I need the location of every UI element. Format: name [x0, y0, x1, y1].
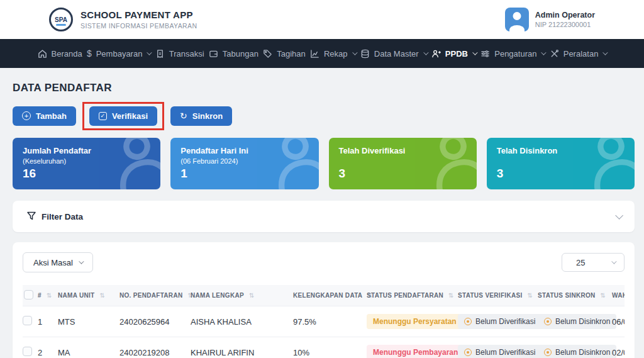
col-unit[interactable]: NAMA UNIT⇅ — [58, 285, 119, 306]
verification-badge: Belum Diverifikasi — [458, 314, 541, 329]
user-menu[interactable]: Admin Operator NIP 21222300001 — [505, 8, 595, 31]
verifikasi-highlight-box: ✓ Verifikasi — [82, 102, 164, 130]
checkbox-check-icon: ✓ — [99, 112, 107, 120]
chevron-down-icon — [352, 50, 357, 55]
wallet-icon — [209, 49, 218, 59]
chevron-down-icon — [611, 259, 616, 264]
sort-icon: ⇅ — [249, 292, 255, 299]
sort-icon: ⇅ — [99, 292, 105, 299]
stat-value: 3 — [497, 167, 625, 181]
sort-icon: ⇅ — [601, 292, 606, 299]
nav-item-peralatan[interactable]: Peralatan — [550, 49, 607, 59]
sort-icon: ⇅ — [528, 292, 533, 299]
row-checkbox[interactable] — [23, 347, 32, 356]
dollar-icon: $ — [87, 49, 92, 58]
registrants-table: #⇅ NAMA UNIT⇅ NO. PENDAFTARAN⇅ NAMA LENG… — [23, 285, 625, 358]
tag-icon — [263, 49, 272, 59]
sort-icon: ⇅ — [448, 292, 454, 299]
nav-item-pembayaran[interactable]: $ Pembayaran — [87, 49, 151, 59]
funnel-icon — [26, 211, 36, 223]
stat-value: 3 — [339, 167, 467, 181]
select-all-checkbox[interactable] — [24, 290, 33, 299]
refresh-icon: ↻ — [180, 111, 187, 120]
registrants-table-card: Aksi Masal 25 #⇅ NAMA UNIT⇅ — [13, 242, 635, 358]
user-name: Admin Operator — [535, 11, 595, 20]
sinkron-button[interactable]: ↻ Sinkron — [170, 106, 232, 126]
tambah-button[interactable]: + Tambah — [13, 106, 76, 126]
receipt-icon — [155, 49, 165, 59]
stat-value: 16 — [23, 167, 150, 181]
chevron-down-icon — [472, 50, 477, 55]
plus-circle-icon: + — [22, 111, 31, 120]
bulk-action-dropdown[interactable]: Aksi Masal — [23, 252, 93, 272]
col-nama-lengkap[interactable]: NAMA LENGKAP⇅ — [191, 285, 293, 306]
nav-item-tabungan[interactable]: Tabungan — [209, 49, 258, 59]
brand: SPA SCHOOL PAYMENT APP SISTEM INFORMASI … — [49, 8, 197, 31]
clock-icon — [544, 349, 552, 356]
sort-icon: ⇅ — [47, 292, 52, 299]
nav-item-pengaturan[interactable]: Pengaturan — [480, 49, 545, 59]
clock-icon — [464, 318, 472, 325]
stat-value: 1 — [180, 167, 308, 181]
app-subtitle: SISTEM INFORMASI PEMBAYARAN — [80, 22, 197, 30]
person-add-icon — [431, 49, 441, 59]
stat-card-telah-disinkron: Telah Disinkron 3 — [487, 138, 635, 189]
col-status-verifikasi[interactable]: STATUS VERIFIKASI⇅ — [458, 285, 538, 306]
col-status-sinkron[interactable]: STATUS SINKRON⇅ — [538, 285, 612, 306]
nav-item-data-master[interactable]: Data Master — [360, 49, 427, 59]
col-waktu[interactable]: WAKT — [612, 285, 625, 306]
chevron-down-icon — [147, 50, 152, 55]
sliders-icon — [480, 49, 490, 59]
chevron-down-icon — [603, 50, 608, 55]
nav-item-beranda[interactable]: Beranda — [38, 49, 82, 59]
verifikasi-button[interactable]: ✓ Verifikasi — [89, 106, 157, 126]
database-icon — [360, 49, 370, 59]
nav-item-tagihan[interactable]: Tagihan — [263, 49, 306, 59]
nav-item-ppdb[interactable]: PPDB — [431, 49, 476, 59]
status-badge: Menunggu Persyaratan — [367, 314, 463, 329]
chevron-down-icon[interactable] — [615, 211, 623, 220]
chart-icon — [310, 49, 319, 59]
page-size-select[interactable]: 25 — [562, 253, 625, 272]
page-title: DATA PENDAFTAR — [13, 82, 635, 94]
clock-icon — [544, 318, 552, 325]
chevron-down-icon — [423, 50, 428, 55]
stat-card-telah-diverifikasi: Telah Diverifikasi 3 — [329, 138, 477, 189]
stat-card-jumlah-pendaftar: Jumlah Pendaftar (Keseluruhan) 16 — [13, 138, 160, 189]
filter-label: Filter Data — [42, 212, 83, 221]
col-status-pendaftaran[interactable]: STATUS PENDAFTARAN⇅ — [367, 285, 458, 306]
table-header-row: #⇅ NAMA UNIT⇅ NO. PENDAFTARAN⇅ NAMA LENG… — [23, 285, 625, 306]
sync-badge: Belum Disinkron — [538, 314, 616, 329]
app-logo: SPA — [49, 8, 73, 31]
user-nip: NIP 21222300001 — [535, 21, 595, 28]
chevron-down-icon — [79, 259, 84, 264]
stat-card-pendaftar-hari-ini: Pendaftar Hari Ini (06 Februari 2024) 1 — [170, 138, 318, 189]
home-icon — [38, 49, 47, 59]
col-num[interactable]: #⇅ — [38, 285, 58, 306]
main-navbar: Beranda $ Pembayaran Transaksi Tabungan … — [0, 39, 644, 68]
verification-badge: Belum Diverifikasi — [458, 345, 541, 358]
app-title: SCHOOL PAYMENT APP — [80, 9, 197, 20]
nav-item-transaksi[interactable]: Transaksi — [155, 49, 204, 59]
status-badge: Menunggu Pembayaran — [367, 345, 464, 358]
filter-panel[interactable]: Filter Data — [13, 201, 635, 232]
chevron-down-icon — [541, 50, 547, 55]
col-kelengkapan[interactable]: KELENGKAPAN DATA⇅ — [293, 285, 367, 306]
tools-icon — [550, 49, 559, 59]
sync-badge: Belum Disinkron — [538, 345, 616, 358]
nav-item-rekap[interactable]: Rekap — [310, 49, 356, 59]
user-avatar-icon — [505, 8, 529, 31]
table-row: 1 MTS 24020625964 AISHA KHALISA 97.5% Me… — [23, 306, 625, 337]
col-no-pendaftaran[interactable]: NO. PENDAFTARAN⇅ — [119, 285, 191, 306]
clock-icon — [464, 349, 472, 356]
top-header: SPA SCHOOL PAYMENT APP SISTEM INFORMASI … — [0, 0, 644, 39]
table-row: 2 MA 24020219208 KHAIRUL ARIFIN 10% Menu… — [23, 337, 625, 358]
row-checkbox[interactable] — [23, 316, 32, 325]
stat-cards: Jumlah Pendaftar (Keseluruhan) 16 Pendaf… — [13, 138, 635, 189]
